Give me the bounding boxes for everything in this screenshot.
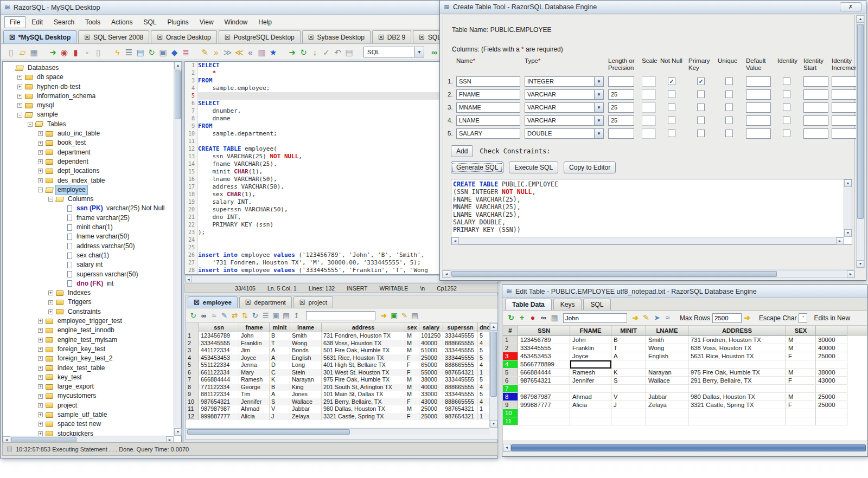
connection-tab-db2-9[interactable]: ☒DB2 9	[372, 30, 411, 43]
unique-checkbox[interactable]	[725, 77, 733, 85]
scroll-right-icon[interactable]: ►	[847, 270, 854, 278]
edit-cell[interactable]: 291 Berry, Bellaire, TX	[688, 377, 786, 385]
result-cell[interactable]: Tim	[239, 391, 270, 398]
result-cell[interactable]: 40000	[419, 384, 443, 391]
go-search-icon[interactable]: ➜	[379, 310, 389, 321]
list-view-icon[interactable]: ☰	[260, 310, 271, 321]
tree-item-dno-fk-int[interactable]: dno (FK) int	[3, 279, 174, 288]
result-cell[interactable]: 980 Dallas, Houston TX	[322, 405, 405, 413]
collapse-icon[interactable]: −	[17, 113, 22, 118]
row-number[interactable]: 9	[503, 401, 518, 409]
edit-cell[interactable]: T	[611, 344, 646, 352]
tree-item-ssn-pk-varchar-25-not-null[interactable]: ssn (PK) varchar(25) Not Null	[3, 204, 174, 213]
expand-icon[interactable]: +	[38, 347, 43, 352]
primary-key-checkbox[interactable]	[697, 117, 705, 124]
results-scroll-thumb[interactable]	[490, 332, 497, 397]
tree-scroll-thumb[interactable]	[175, 70, 181, 119]
length-precision-input[interactable]: 25	[608, 102, 634, 113]
row-number[interactable]: 3	[503, 352, 518, 360]
scroll-left-icon[interactable]: ◄	[451, 237, 459, 245]
expand-icon[interactable]: +	[17, 94, 22, 99]
chevron-down-icon[interactable]: ▼	[594, 116, 603, 125]
identity-start-input[interactable]	[803, 128, 828, 139]
tree-item-foreign-key-test-2[interactable]: +foreign_key_test_2	[3, 354, 174, 363]
expand-icon[interactable]: +	[38, 366, 43, 371]
edit-cell[interactable]: 5631 Rice, Houston TX	[688, 352, 786, 360]
tree-item-tables[interactable]: −Tables	[3, 120, 174, 129]
result-cell[interactable]: 987654321	[199, 398, 239, 406]
column-name-input[interactable]: SALARY	[456, 128, 520, 139]
tree-item-hyphen-db-test[interactable]: +hyphen-db-test	[3, 82, 174, 92]
result-cell[interactable]: John	[239, 332, 270, 340]
edit-cell[interactable]: F	[786, 352, 816, 360]
result-cell[interactable]: 65000	[419, 361, 443, 369]
chevron-down-icon[interactable]: ▼	[594, 90, 603, 99]
edit-cell[interactable]	[518, 417, 570, 425]
tree-item-databases[interactable]: Databases	[3, 63, 174, 73]
tree-editor-splitter[interactable]	[182, 61, 184, 444]
tree-item-constraints[interactable]: +Constraints	[3, 307, 174, 316]
row-number[interactable]: 1	[186, 332, 199, 340]
save-results-icon[interactable]: ▤	[410, 310, 420, 321]
length-precision-input[interactable]	[608, 76, 634, 87]
edit-cell[interactable]: Wallace	[646, 377, 688, 385]
edit-cell[interactable]	[646, 360, 688, 369]
scroll-up-icon[interactable]: ▲	[490, 323, 497, 331]
edit-table-title-bar[interactable]: ≋ Edit Table - PUBLIC.EMPLOYEE utf8_note…	[502, 285, 867, 298]
result-cell[interactable]: A	[270, 347, 290, 354]
result-cell[interactable]: B	[270, 384, 290, 391]
result-cell[interactable]: Wallace	[290, 398, 322, 406]
edit-cell[interactable]	[688, 385, 786, 393]
scroll-up-icon[interactable]: ▲	[844, 179, 852, 187]
edit-cell[interactable]: Franklin	[570, 344, 611, 352]
default-value-input[interactable]	[746, 128, 771, 139]
window-scroll-thumb[interactable]	[857, 24, 864, 219]
edit-hscroll-thumb[interactable]	[511, 444, 866, 451]
tree-item-minit-char-1[interactable]: minit char(1)	[3, 223, 174, 232]
result-cell[interactable]: J	[270, 413, 290, 421]
row-number[interactable]: 6	[186, 369, 199, 377]
edit-table-icon[interactable]: ✎	[199, 47, 210, 58]
results-tab-project[interactable]: ☒project	[293, 296, 333, 308]
tree-item-book-test[interactable]: +book_test	[3, 138, 174, 147]
row-number[interactable]: 11	[186, 405, 199, 413]
tree-item-stockpickers[interactable]: +stockpickers	[3, 429, 174, 436]
edit-cell[interactable]: Jennifer	[570, 377, 611, 385]
column-header[interactable]: sex	[405, 323, 419, 332]
close-tab-icon[interactable]: ☒	[378, 34, 384, 41]
expand-icon[interactable]: +	[48, 290, 53, 295]
menu-item-tools[interactable]: Tools	[80, 17, 105, 28]
sql-type-dropdown[interactable]: SQL ▼	[363, 47, 424, 57]
edit-cell[interactable]: K	[611, 369, 646, 377]
result-cell[interactable]: 4	[478, 361, 489, 369]
binoculars-icon[interactable]: ∞	[199, 310, 209, 321]
tree-item-address-varchar-50[interactable]: address varchar(50)	[3, 242, 174, 251]
disconnect-icon[interactable]: ▮	[70, 47, 81, 58]
result-cell[interactable]: Ramesh	[239, 376, 270, 384]
edit-cell[interactable]	[786, 417, 816, 425]
edit-cell[interactable]: Smith	[646, 336, 688, 344]
result-cell[interactable]: Jennifer	[239, 398, 270, 406]
default-value-input[interactable]	[746, 76, 771, 87]
expand-icon[interactable]: +	[38, 403, 43, 408]
scale-input[interactable]	[642, 128, 656, 139]
tree-item-foreign-key-test[interactable]: +foreign_key_test	[3, 345, 174, 354]
edit-pencil-icon[interactable]: ✎	[219, 310, 229, 321]
main-title-bar[interactable]: ≋ RazorSQL - MySQL Desktop	[1, 1, 497, 15]
result-cell[interactable]: 731 Fondren, Houston TX	[322, 332, 405, 340]
result-cell[interactable]: M	[405, 384, 419, 391]
result-cell[interactable]: Bonds	[290, 347, 322, 354]
close-tab-icon[interactable]: ☒	[299, 299, 305, 306]
column-name-input[interactable]: FNAME	[456, 89, 520, 100]
result-cell[interactable]: 771122334	[199, 384, 239, 391]
save-table-icon[interactable]: ▦	[549, 312, 560, 324]
max-rows-input[interactable]	[712, 313, 742, 323]
menu-item-window[interactable]: Window	[220, 17, 253, 28]
edit-cell-icon[interactable]: ➤	[652, 312, 662, 324]
identity-increment-input[interactable]	[832, 115, 857, 126]
tree-item-key-test[interactable]: +key_test	[3, 373, 174, 382]
unique-checkbox[interactable]	[725, 130, 733, 137]
result-cell[interactable]: 441122334	[199, 347, 239, 354]
identity-checkbox[interactable]	[783, 77, 790, 85]
result-cell[interactable]: 4	[478, 398, 489, 406]
